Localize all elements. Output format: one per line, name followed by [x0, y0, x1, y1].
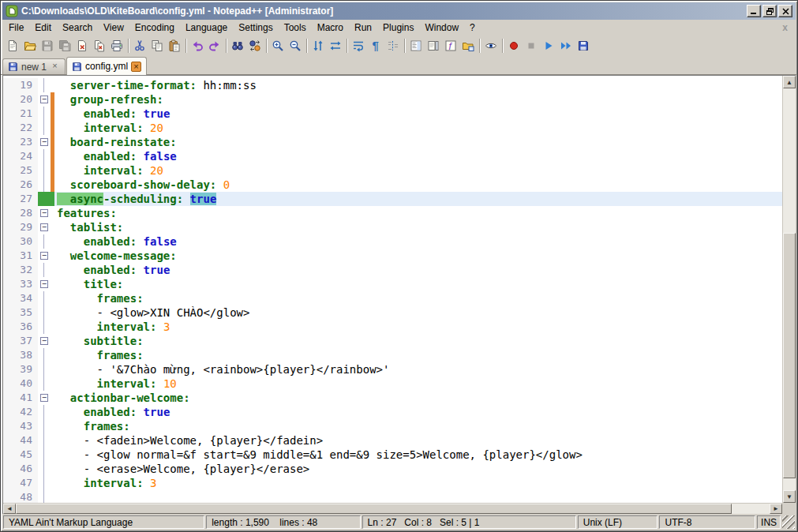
editor-line-26[interactable]: 26 scoreboard-show-delay: 0: [3, 178, 782, 192]
code-text[interactable]: - <fadein>Welcome, {player}</fadein>: [54, 433, 782, 448]
function-list-button[interactable]: f: [442, 37, 459, 54]
fold-collapse-icon[interactable]: −: [40, 209, 48, 217]
code-text[interactable]: - '&7Chào mừng, <rainbow>{player}</rainb…: [54, 362, 782, 377]
editor-line-48[interactable]: 48: [3, 490, 782, 503]
code-text[interactable]: server-time-format: hh:mm:ss: [54, 78, 782, 92]
menu-item-encoding[interactable]: Encoding: [129, 21, 180, 35]
fold-collapse-icon[interactable]: −: [40, 252, 48, 260]
fold-collapse-icon[interactable]: −: [40, 96, 48, 103]
editor-line-29[interactable]: 29− tablist:: [3, 220, 782, 234]
code-text[interactable]: actionbar-welcome:: [54, 391, 782, 405]
menu-item-search[interactable]: Search: [57, 21, 98, 35]
close-all-button[interactable]: [91, 37, 108, 54]
editor-line-38[interactable]: 38 frames:: [3, 348, 782, 362]
tab-close-icon[interactable]: ×: [131, 62, 141, 72]
code-text[interactable]: enabled: false: [54, 149, 782, 163]
editor-line-32[interactable]: 32 enabled: true: [3, 263, 782, 277]
editor-line-19[interactable]: 19 server-time-format: hh:mm:ss: [3, 78, 782, 92]
sync-horizontal-button[interactable]: [327, 37, 344, 54]
editor-line-27[interactable]: 27 async-scheduling: true: [3, 192, 782, 206]
redo-button[interactable]: [206, 37, 223, 54]
code-text[interactable]: async-scheduling: true: [54, 192, 782, 206]
editor-line-43[interactable]: 43 frames:: [3, 419, 782, 433]
zoom-out-button[interactable]: [287, 37, 304, 54]
menu-item-view[interactable]: View: [98, 21, 129, 35]
record-macro-button[interactable]: [505, 37, 523, 54]
word-wrap-button[interactable]: [350, 37, 367, 54]
document-list-button[interactable]: [425, 37, 442, 54]
editor-line-39[interactable]: 39 - '&7Chào mừng, <rainbow>{player}</ra…: [3, 362, 782, 377]
code-text[interactable]: tablist:: [54, 220, 782, 234]
horizontal-scroll-thumb[interactable]: [16, 504, 732, 514]
code-text[interactable]: frames:: [54, 348, 782, 362]
status-encoding[interactable]: UTF-8: [659, 515, 755, 529]
zoom-in-button[interactable]: [269, 37, 287, 54]
fold-collapse-icon[interactable]: −: [40, 337, 48, 345]
menu-item-file[interactable]: File: [3, 21, 29, 35]
editor-line-37[interactable]: 37− subtitle:: [3, 334, 782, 348]
code-text[interactable]: - <glow>XIN CHÀO</glow>: [54, 305, 782, 320]
cut-button[interactable]: [131, 37, 148, 54]
resize-grip[interactable]: [782, 515, 795, 529]
editor-line-31[interactable]: 31− welcome-message:: [3, 249, 782, 263]
editor-line-41[interactable]: 41− actionbar-welcome:: [3, 391, 782, 405]
print-button[interactable]: [108, 37, 126, 54]
code-text[interactable]: interval: 20: [54, 121, 782, 135]
close-button[interactable]: [778, 5, 792, 17]
menu-item-plugins[interactable]: Plugins: [377, 21, 419, 35]
editor-line-44[interactable]: 44 - <fadein>Welcome, {player}</fadein>: [3, 433, 782, 448]
tab-close-icon[interactable]: ×: [50, 62, 60, 72]
editor-line-30[interactable]: 30 enabled: false: [3, 234, 782, 249]
scroll-up-arrow[interactable]: ▲: [783, 76, 796, 88]
fold-collapse-icon[interactable]: −: [40, 394, 48, 402]
code-text[interactable]: title:: [54, 277, 782, 291]
copy-button[interactable]: [148, 37, 166, 54]
menu-item-macro[interactable]: Macro: [312, 21, 349, 35]
editor-line-33[interactable]: 33− title:: [3, 277, 782, 291]
editor-line-40[interactable]: 40 interval: 10: [3, 377, 782, 391]
fold-collapse-icon[interactable]: −: [40, 138, 48, 146]
paste-button[interactable]: [166, 37, 183, 54]
save-macro-button[interactable]: [575, 37, 592, 54]
editor-lines[interactable]: 19 server-time-format: hh:mm:ss20− group…: [3, 76, 782, 503]
menu-item-edit[interactable]: Edit: [29, 21, 57, 35]
editor-line-45[interactable]: 45 - <glow normal=&f start=&9 middle=&1 …: [3, 448, 782, 462]
run-macro-multiple-button[interactable]: [557, 37, 575, 54]
editor-line-22[interactable]: 22 interval: 20: [3, 121, 782, 135]
editor-line-35[interactable]: 35 - <glow>XIN CHÀO</glow>: [3, 305, 782, 320]
menu-item-help[interactable]: ?: [464, 21, 481, 35]
code-text[interactable]: - <erase>Welcome, {player}</erase>: [54, 462, 782, 476]
code-text[interactable]: frames:: [54, 291, 782, 305]
monitoring-button[interactable]: [482, 37, 500, 54]
code-text[interactable]: interval: 20: [54, 163, 782, 178]
editor-line-23[interactable]: 23− board-reinstate:: [3, 135, 782, 149]
open-file-button[interactable]: [21, 37, 39, 54]
editor-line-25[interactable]: 25 interval: 20: [3, 163, 782, 178]
replace-button[interactable]: [246, 37, 264, 54]
document-map-button[interactable]: [407, 37, 425, 54]
editor-line-46[interactable]: 46 - <erase>Welcome, {player}</erase>: [3, 462, 782, 476]
fold-collapse-icon[interactable]: −: [40, 223, 48, 231]
scroll-right-arrow[interactable]: ►: [770, 504, 782, 514]
show-all-characters-button[interactable]: ¶: [367, 37, 384, 54]
code-text[interactable]: enabled: false: [54, 234, 782, 249]
scroll-left-arrow[interactable]: ◄: [3, 504, 16, 514]
menu-item-language[interactable]: Language: [180, 21, 233, 35]
menu-item-run[interactable]: Run: [349, 21, 377, 35]
scroll-down-arrow[interactable]: ▼: [783, 490, 796, 503]
close-button[interactable]: [73, 37, 91, 54]
editor-line-34[interactable]: 34 frames:: [3, 291, 782, 305]
new-file-button[interactable]: [4, 37, 21, 54]
restore-button[interactable]: [762, 5, 777, 17]
editor-line-21[interactable]: 21 enabled: true: [3, 107, 782, 121]
show-indent-guide-button[interactable]: [384, 37, 402, 54]
editor-line-24[interactable]: 24 enabled: false: [3, 149, 782, 163]
tab-new-1[interactable]: new 1×: [2, 58, 66, 74]
editor-line-42[interactable]: 42 enabled: true: [3, 405, 782, 419]
code-text[interactable]: - <glow normal=&f start=&9 middle=&1 end…: [54, 448, 782, 462]
editor-line-47[interactable]: 47 interval: 3: [3, 476, 782, 490]
code-text[interactable]: subtitle:: [54, 334, 782, 348]
editor-line-36[interactable]: 36 interval: 3: [3, 320, 782, 334]
editor-line-28[interactable]: 28−features:: [3, 206, 782, 220]
code-text[interactable]: scoreboard-show-delay: 0: [54, 178, 782, 192]
